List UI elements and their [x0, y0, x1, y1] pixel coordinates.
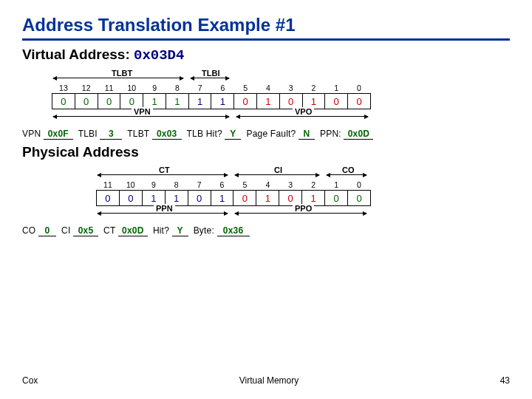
tlbi-label: TLBI [200, 69, 222, 78]
va-bottom-ranges: VPN VPO [52, 111, 371, 121]
vpn-label: VPN [132, 107, 153, 116]
co-label: CO [340, 166, 357, 174]
bit-index: 11 [98, 83, 120, 94]
bit-index: 11 [97, 180, 120, 191]
bit-index: 1 [325, 180, 348, 191]
va-heading-label: Virtual Address: [22, 47, 130, 62]
tlbi-ans-label: TLBI [78, 129, 98, 139]
bit-index: 4 [256, 180, 279, 191]
ppn-ans: 0x0D [344, 129, 373, 140]
ci-ans: 0x5 [73, 225, 98, 236]
bit-index: 10 [119, 180, 142, 191]
bit-cell: 1 [166, 94, 188, 109]
hit-ans: Y [172, 225, 188, 236]
bit-index: 0 [348, 180, 371, 191]
bit-index: 9 [142, 180, 165, 191]
tlbhit-ans-label: TLB Hit? [187, 129, 222, 139]
pa-bit-table: 11109876543210 001101010100 [96, 180, 371, 206]
va-index-row: 131211109876543210 [52, 83, 371, 94]
bit-cell: 0 [188, 191, 211, 206]
pf-ans: N [299, 129, 315, 140]
bit-index: 2 [302, 180, 325, 191]
footer-right: 43 [500, 375, 510, 386]
bit-index: 7 [188, 180, 211, 191]
bit-cell: 1 [256, 191, 279, 206]
pa-bit-row: 001101010100 [97, 191, 371, 206]
bit-index: 12 [75, 83, 98, 94]
bit-cell: 0 [97, 191, 120, 206]
bit-index: 8 [166, 83, 188, 94]
byte-ans-label: Byte: [194, 225, 214, 236]
vpo-label: VPO [293, 107, 314, 116]
vpn-ans: 0x0F [44, 129, 73, 140]
page-title: Address Translation Example #1 [22, 15, 510, 41]
pa-answer-line: CO 0 CI 0x5 CT 0x0D Hit? Y Byte: 0x36 [22, 225, 510, 236]
pa-heading: Physical Address [22, 144, 510, 160]
bit-index: 3 [279, 180, 302, 191]
bit-cell: 0 [325, 191, 348, 206]
bit-cell: 1 [211, 191, 233, 206]
bit-cell: 0 [348, 94, 371, 109]
va-answer-line: VPN 0x0F TLBI 3 TLBT 0x03 TLB Hit? Y Pag… [22, 129, 510, 140]
tlbt-label: TLBT [109, 69, 134, 78]
bit-index: 0 [348, 83, 371, 94]
ci-ans-label: CI [61, 225, 70, 236]
ppn-ans-label: PPN: [320, 129, 341, 139]
bit-index: 13 [52, 83, 75, 94]
bit-index: 7 [188, 83, 211, 94]
bit-index: 8 [165, 180, 188, 191]
hit-ans-label: Hit? [153, 225, 169, 236]
bit-cell: 1 [188, 94, 211, 109]
co-ans: 0 [38, 225, 56, 236]
pf-ans-label: Page Fault? [247, 129, 296, 139]
ppo-label: PPO [293, 204, 314, 213]
tlbt-ans: 0x03 [152, 129, 182, 140]
va-bit-table: 131211109876543210 00001111010100 [52, 83, 371, 109]
bit-index: 4 [257, 83, 280, 94]
bit-cell: 0 [75, 94, 98, 109]
ppn-label: PPN [154, 204, 175, 213]
bit-index: 6 [211, 180, 233, 191]
tlbhit-ans: Y [225, 129, 241, 140]
byte-ans: 0x36 [217, 225, 250, 236]
footer-center: Virtual Memory [239, 375, 299, 386]
footer-left: Cox [22, 375, 38, 386]
bit-index: 5 [234, 83, 257, 94]
pa-index-row: 11109876543210 [97, 180, 371, 191]
pa-bottom-ranges: PPN PPO [96, 208, 371, 218]
tlbt-ans-label: TLBT [127, 129, 149, 139]
pa-top-ranges: CT CI CO [96, 169, 371, 180]
bit-cell: 0 [52, 94, 75, 109]
bit-cell: 0 [98, 94, 120, 109]
bit-index: 2 [302, 83, 325, 94]
ct-ans-label: CT [103, 225, 115, 236]
ct-ans: 0x0D [118, 225, 148, 236]
bit-cell: 0 [233, 191, 256, 206]
bit-cell: 0 [119, 191, 142, 206]
bit-cell: 0 [348, 191, 371, 206]
bit-index: 1 [325, 83, 348, 94]
va-top-ranges: TLBT TLBI [52, 72, 371, 83]
bit-cell: 0 [234, 94, 257, 109]
bit-index: 5 [233, 180, 256, 191]
bit-index: 10 [120, 83, 143, 94]
tlbi-ans: 3 [100, 129, 122, 140]
va-bit-row: 00001111010100 [52, 94, 371, 109]
ci-label: CI [272, 166, 284, 174]
va-heading: Virtual Address: 0x03D4 [22, 47, 510, 64]
bit-index: 3 [279, 83, 302, 94]
vpn-ans-label: VPN [22, 129, 41, 139]
co-ans-label: CO [22, 225, 35, 236]
ct-label: CT [157, 166, 172, 174]
bit-index: 6 [211, 83, 234, 94]
bit-cell: 1 [257, 94, 280, 109]
footer: Cox Virtual Memory 43 [22, 375, 510, 386]
bit-cell: 1 [211, 94, 234, 109]
bit-index: 9 [143, 83, 166, 94]
va-heading-value: 0x03D4 [134, 47, 184, 64]
bit-cell: 0 [325, 94, 348, 109]
